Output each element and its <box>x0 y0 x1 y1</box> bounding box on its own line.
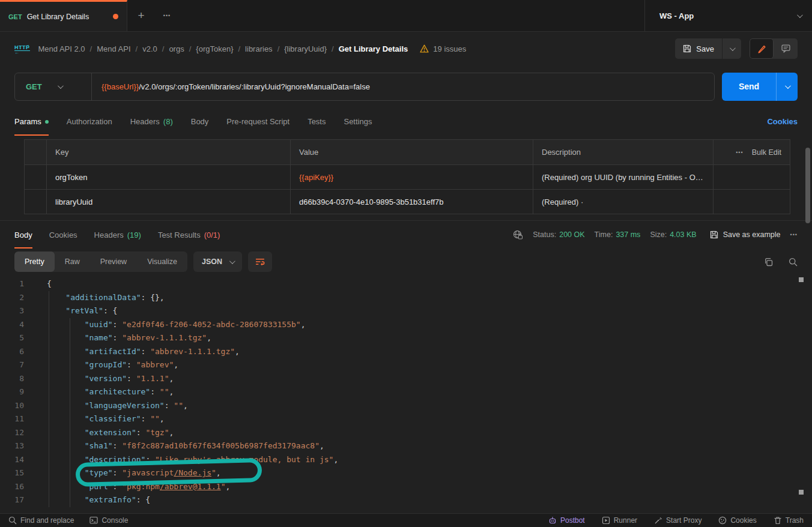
footer-item-runner[interactable]: Runner <box>602 516 637 525</box>
breadcrumb-item[interactable]: libraries <box>245 44 273 53</box>
response-tab-headers[interactable]: Headers(19) <box>94 221 141 248</box>
code-token: "extension" <box>85 428 136 437</box>
issues-indicator[interactable]: 19 issues <box>420 44 466 53</box>
footer-item-label: Postbot <box>560 516 585 525</box>
warning-icon <box>420 44 429 53</box>
code-line: 7 "groupId": "abbrev", <box>0 358 812 372</box>
breadcrumb-item[interactable]: {libraryUuid} <box>284 44 327 53</box>
code-text: "artifactId": "abbrev-1.1.1.tgz", <box>31 345 240 359</box>
time-label: Time: <box>595 230 613 239</box>
response-view-row: PrettyRawPreviewVisualize JSON <box>0 248 812 275</box>
tab-tests[interactable]: Tests <box>308 107 326 136</box>
code-token: : <box>113 482 123 491</box>
tab-params[interactable]: Params <box>14 107 49 136</box>
size-value: 4.03 KB <box>670 230 696 239</box>
code-token: "Like ruby's abbrev module, but in js" <box>155 455 333 464</box>
response-body-code[interactable]: 1{2 "additionalData": {},3 "retVal": {4 … <box>0 275 812 510</box>
send-options-button[interactable] <box>776 73 798 101</box>
search-response-button[interactable] <box>789 257 798 267</box>
footer-item-trash[interactable]: Trash <box>774 516 804 525</box>
tab-pre-request-script[interactable]: Pre-request Script <box>226 107 289 136</box>
url-input[interactable]: {{baseUrl}}/v2.0/orgs/:orgToken/librarie… <box>92 82 380 91</box>
view-tab-pretty[interactable]: Pretty <box>14 251 55 272</box>
size-badge[interactable]: Size: 4.03 KB <box>650 230 696 239</box>
code-line: 12 "extension": "tgz", <box>0 426 812 440</box>
breadcrumb-item[interactable]: Get Library Details <box>339 44 408 53</box>
response-tab-test-results[interactable]: Test Results(0/1) <box>158 221 220 248</box>
breadcrumb-item[interactable]: {orgToken} <box>196 44 233 53</box>
footer-item-postbot[interactable]: Postbot <box>548 516 585 525</box>
response-tab-cookies[interactable]: Cookies <box>49 221 77 248</box>
param-key-cell[interactable]: libraryUuid <box>46 190 290 214</box>
code-token <box>47 387 85 396</box>
request-tab[interactable]: GET Get Library Details <box>0 0 127 31</box>
line-number: 11 <box>0 412 31 426</box>
row-drag-handle[interactable] <box>25 190 46 214</box>
send-button[interactable]: Send <box>722 73 776 101</box>
breadcrumb-item[interactable]: orgs <box>169 44 184 53</box>
save-button[interactable]: Save <box>675 38 722 59</box>
footer-item-console[interactable]: Console <box>89 516 128 525</box>
code-line: 15 "type": "javascript/Node.js", <box>0 466 812 480</box>
table-row: libraryUuidd66b39c4-0370-4e10-9895-3b51b… <box>25 189 790 214</box>
comments-button[interactable] <box>774 38 798 59</box>
code-token: : <box>113 441 123 450</box>
view-tab-visualize[interactable]: Visualize <box>137 251 187 272</box>
breadcrumb-item[interactable]: Mend API <box>97 44 130 53</box>
tab-authorization[interactable]: Authorization <box>67 107 112 136</box>
code-token: : <box>141 347 151 356</box>
param-key-cell[interactable]: orgToken <box>46 165 290 189</box>
wrap-lines-button[interactable] <box>248 251 272 272</box>
main-scrollbar[interactable] <box>805 148 810 223</box>
code-token <box>47 495 85 504</box>
param-value-cell[interactable]: {{apiKey}} <box>290 165 533 189</box>
code-token: , <box>333 455 338 464</box>
code-token <box>47 414 85 423</box>
tab-settings[interactable]: Settings <box>344 107 372 136</box>
footer-item-start-proxy[interactable]: Start Proxy <box>654 516 701 525</box>
cookies-link[interactable]: Cookies <box>767 117 798 126</box>
view-tab-preview[interactable]: Preview <box>90 251 137 272</box>
method-selector[interactable]: GET <box>15 73 92 100</box>
code-line: 1{ <box>0 277 812 291</box>
footer-item-cookies[interactable]: Cookies <box>718 516 756 525</box>
network-globe-icon[interactable] <box>513 230 523 239</box>
param-description-cell[interactable]: (Required) org UUID (by running Entities… <box>533 165 713 189</box>
view-tab-raw[interactable]: Raw <box>55 251 90 272</box>
code-scrollbar-mark <box>799 490 804 495</box>
save-options-button[interactable] <box>722 38 741 59</box>
row-drag-handle[interactable] <box>25 165 46 189</box>
code-text: "languageVersion": "", <box>31 399 188 413</box>
code-token: , <box>216 468 221 477</box>
format-selector[interactable]: JSON <box>193 251 242 272</box>
response-tab-body[interactable]: Body <box>14 221 32 248</box>
breadcrumb-item[interactable]: v2.0 <box>142 44 157 53</box>
tab-headers[interactable]: Headers(8) <box>130 107 173 136</box>
response-more-icon[interactable]: ••• <box>790 232 798 238</box>
bulk-edit-button[interactable]: Bulk Edit <box>752 148 781 157</box>
new-tab-button[interactable]: + <box>127 0 155 31</box>
code-scrollbar-thumb[interactable] <box>799 277 804 282</box>
save-as-example-button[interactable]: Save as example <box>710 230 781 239</box>
tab-label: Authorization <box>67 117 112 126</box>
tab-label: Body <box>191 117 209 126</box>
param-description-cell[interactable]: (Required) · <box>533 190 713 214</box>
time-badge[interactable]: Time: 337 ms <box>595 230 641 239</box>
code-token: "sha1" <box>85 441 113 450</box>
footer-item-find-and-replace[interactable]: Find and replace <box>8 516 74 525</box>
tab-options-icon[interactable]: ••• <box>155 0 179 31</box>
tab-body[interactable]: Body <box>191 107 209 136</box>
environment-selector[interactable]: WS - App <box>644 0 812 31</box>
code-line: 14 "description": "Like ruby's abbrev mo… <box>0 453 812 467</box>
params-more-icon[interactable]: ••• <box>736 149 743 155</box>
status-badge[interactable]: Status: 200 OK <box>533 230 584 239</box>
breadcrumb-item[interactable]: Mend API 2.0 <box>38 44 85 53</box>
line-number: 13 <box>0 439 31 453</box>
copy-button[interactable] <box>764 257 773 267</box>
http-request-icon: →HTTP← <box>14 43 30 54</box>
tab-label: Body <box>14 230 32 239</box>
code-token: "retVal" <box>65 306 103 315</box>
param-value-cell[interactable]: d66b39c4-0370-4e10-9895-3b51b31eff7b <box>290 190 533 214</box>
edit-button[interactable] <box>750 38 774 59</box>
save-icon <box>710 230 718 239</box>
